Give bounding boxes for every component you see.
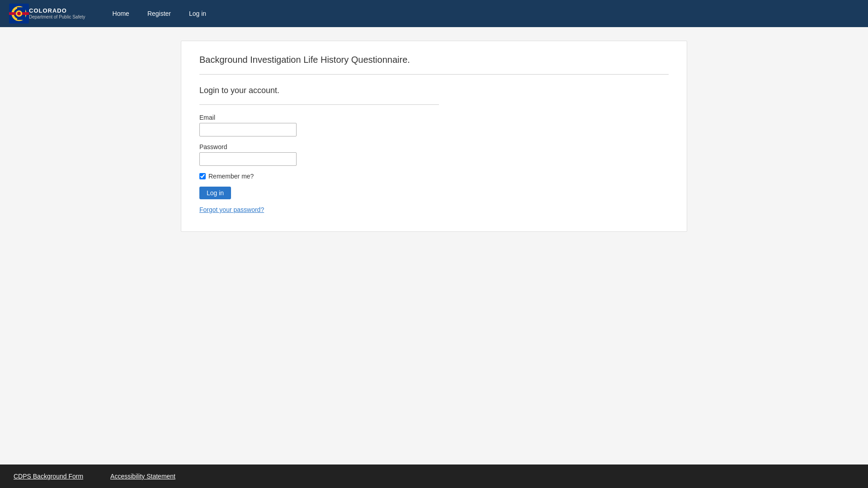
footer: CDPS Background Form Accessibility State… bbox=[0, 465, 868, 488]
logo-text: COLORADO Department of Public Safety bbox=[29, 8, 85, 19]
brand-link[interactable]: COLORADO Department of Public Safety bbox=[9, 4, 85, 23]
remember-label: Remember me? bbox=[208, 173, 254, 180]
email-label: Email bbox=[199, 114, 669, 121]
register-link[interactable]: Register bbox=[138, 6, 180, 21]
nav-links: Home Register Log in bbox=[104, 6, 216, 21]
main-content: Background Investigation Life History Qu… bbox=[172, 27, 696, 245]
form-divider bbox=[199, 104, 439, 105]
accessibility-statement-link[interactable]: Accessibility Statement bbox=[110, 473, 175, 480]
logo-container: COLORADO Department of Public Safety bbox=[9, 4, 85, 23]
card-divider bbox=[199, 74, 669, 75]
page-title: Background Investigation Life History Qu… bbox=[199, 55, 669, 65]
login-form: Email Password Remember me? Log in bbox=[199, 114, 669, 199]
remember-checkbox[interactable] bbox=[199, 173, 206, 179]
nav-login[interactable]: Log in bbox=[180, 6, 215, 21]
cdps-background-form-link[interactable]: CDPS Background Form bbox=[14, 473, 83, 480]
svg-point-5 bbox=[17, 12, 21, 15]
login-card: Background Investigation Life History Qu… bbox=[181, 41, 687, 232]
login-nav-link[interactable]: Log in bbox=[180, 6, 215, 21]
login-button[interactable]: Log in bbox=[199, 187, 231, 199]
nav-home[interactable]: Home bbox=[104, 6, 138, 21]
nav-register[interactable]: Register bbox=[138, 6, 180, 21]
navbar: COLORADO Department of Public Safety Hom… bbox=[0, 0, 868, 27]
state-name: COLORADO bbox=[29, 8, 85, 14]
section-title: Login to your account. bbox=[199, 86, 669, 95]
password-input[interactable] bbox=[199, 152, 297, 166]
email-input[interactable] bbox=[199, 123, 297, 136]
email-group: Email bbox=[199, 114, 669, 136]
dept-name: Department of Public Safety bbox=[29, 14, 85, 19]
forgot-password-link[interactable]: Forgot your password? bbox=[199, 206, 264, 213]
remember-me-group: Remember me? bbox=[199, 173, 669, 180]
colorado-logo-icon bbox=[9, 4, 29, 23]
password-group: Password bbox=[199, 143, 669, 166]
home-link[interactable]: Home bbox=[104, 6, 138, 21]
password-label: Password bbox=[199, 143, 669, 150]
